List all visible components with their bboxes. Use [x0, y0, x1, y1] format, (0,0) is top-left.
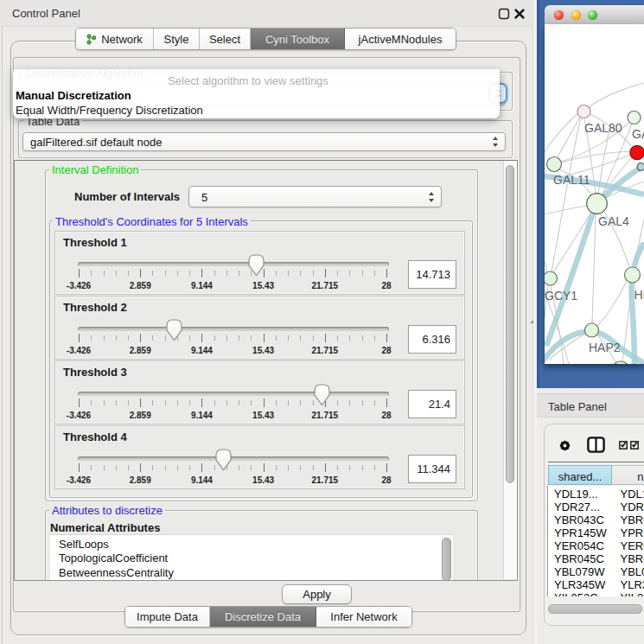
network-node[interactable] — [587, 194, 608, 214]
slider-tick — [276, 271, 277, 276]
table-row[interactable]: YIL052CYIL052C — [548, 590, 644, 596]
network-node-label: GA — [632, 127, 644, 141]
attributes-list-scrollbar[interactable] — [442, 538, 451, 581]
popup-item-equal-width[interactable]: Equal Width/Frequency Discretization — [16, 104, 497, 117]
network-node[interactable] — [545, 271, 558, 285]
tab-style[interactable]: Style — [154, 29, 200, 49]
table-data-combobox[interactable]: galFiltered.sif default node — [22, 132, 506, 151]
table-row[interactable]: YER054CYER054C — [548, 538, 644, 551]
network-node[interactable] — [577, 105, 590, 118]
threshold-slider-thumb[interactable] — [166, 319, 182, 341]
select-rows-icons[interactable] — [619, 441, 640, 450]
column-header-shared-name[interactable]: shared... — [548, 465, 612, 485]
tab-cyni-toolbox[interactable]: Cyni Toolbox — [251, 29, 345, 49]
table-row[interactable]: YDL19...YDL194W — [548, 486, 644, 499]
minimize-window-icon[interactable] — [571, 10, 581, 20]
table-row[interactable]: YBR045CYBR045C — [548, 551, 644, 564]
tab-network[interactable]: Network — [76, 29, 154, 49]
network-edge-highlighted[interactable] — [632, 243, 644, 364]
table-row[interactable]: YBL079WYBL079W — [548, 564, 644, 577]
popup-item-manual-discretization[interactable]: Manual Discretization — [16, 89, 497, 102]
gear-icon[interactable] — [558, 438, 572, 453]
table-row[interactable]: YLR345WYLR345W — [548, 577, 644, 590]
network-window-titlebar[interactable] — [545, 5, 644, 25]
popup-prompt-item[interactable]: Select algorithm to view settings — [16, 74, 497, 87]
table-row[interactable]: YBR043CYBR043C — [548, 512, 644, 525]
attribute-item[interactable]: TopologicalCoefficient — [59, 552, 168, 564]
network-node[interactable] — [625, 267, 641, 283]
slider-tick — [104, 400, 105, 405]
threshold-slider-track[interactable] — [78, 392, 389, 396]
threshold-value-field[interactable]: 14.713 — [408, 260, 456, 289]
slider-tick — [91, 465, 92, 470]
tab-select[interactable]: Select — [200, 29, 251, 49]
network-node[interactable] — [585, 323, 599, 337]
tab-discretize-data[interactable]: Discretize Data — [210, 607, 316, 627]
slider-tick — [386, 399, 387, 407]
tab-label: Cyni Toolbox — [265, 33, 329, 46]
cell-name: YIL052C — [621, 591, 644, 596]
threshold-slider-track[interactable] — [78, 456, 389, 461]
column-header-name[interactable]: name — [612, 465, 644, 485]
table-row[interactable]: YDR27...YDR277C — [548, 499, 644, 512]
splitter-collapse-icon[interactable] — [528, 316, 537, 326]
apply-button[interactable]: Apply — [282, 584, 352, 604]
combo-arrows-icon — [493, 137, 499, 147]
slider-tick — [362, 465, 363, 470]
network-node-label: GAL80 — [584, 121, 622, 135]
node-table: shared... name YDL19...YDL194WYDR27...YD… — [548, 462, 644, 602]
slider-tick — [91, 400, 92, 405]
table-panel-title: Table Panel — [548, 400, 607, 413]
network-edge[interactable] — [592, 214, 596, 323]
slider-tick — [152, 271, 153, 276]
slider-tick — [276, 335, 277, 341]
zoom-window-icon[interactable] — [588, 10, 597, 20]
slider-tick — [276, 465, 277, 470]
float-window-icon[interactable] — [498, 8, 510, 20]
threshold-slider-track[interactable] — [78, 262, 389, 266]
interval-definition-title: Interval Definition — [49, 163, 141, 176]
network-edge[interactable] — [589, 83, 644, 107]
network-edge[interactable] — [545, 113, 578, 152]
settings-vertical-scrollbar-thumb[interactable] — [506, 165, 514, 483]
attribute-item[interactable]: SelfLoops — [59, 538, 109, 551]
threshold-slider-track[interactable] — [78, 327, 389, 331]
table-row[interactable]: YPR145WYPR145W — [548, 525, 644, 538]
slider-tick — [140, 269, 141, 277]
network-node[interactable] — [547, 157, 562, 172]
show-columns-icon[interactable] — [587, 437, 605, 453]
table-horizontal-scrollbar[interactable] — [548, 604, 642, 614]
slider-scale-label: 2.859 — [130, 281, 151, 290]
threshold-panel-3: Threshold 3-3.4262.8599.14415.4321.71528… — [54, 360, 465, 424]
tab-impute-data[interactable]: Impute Data — [125, 607, 210, 627]
attribute-item[interactable]: BetweennessCentrality — [59, 566, 174, 579]
table-data-combobox-value: galFiltered.sif default node — [30, 136, 162, 149]
network-view-canvas[interactable]: GAL80GACYGAL11GAL4GCY1HIHAP2 — [545, 24, 644, 364]
tab-jactivemnodules[interactable]: jActiveMNodules — [345, 29, 456, 49]
network-edge[interactable] — [597, 281, 627, 326]
settings-vertical-scrollbar-track[interactable] — [503, 161, 517, 579]
threshold-slider-thumb[interactable] — [215, 449, 232, 471]
close-panel-icon[interactable] — [513, 8, 526, 20]
threshold-value-field[interactable]: 6.316 — [408, 325, 456, 354]
slider-tick — [177, 465, 178, 470]
slider-scale-label: 2.859 — [130, 411, 151, 420]
network-node[interactable] — [612, 361, 629, 364]
slider-tick — [152, 400, 153, 405]
number-of-intervals-spinner[interactable]: 5 — [188, 186, 442, 207]
threshold-slider-thumb[interactable] — [248, 254, 265, 277]
network-edge[interactable] — [545, 206, 587, 214]
numerical-attributes-list[interactable]: SelfLoopsTopologicalCoefficientBetweenne… — [50, 534, 453, 580]
tab-label: Select — [209, 33, 240, 46]
threshold-value-field[interactable]: 21.4 — [408, 390, 456, 418]
threshold-slider-thumb[interactable] — [314, 384, 330, 406]
slider-tick — [374, 465, 375, 470]
network-node[interactable] — [630, 145, 644, 159]
number-of-intervals-label: Number of Intervals — [74, 190, 180, 203]
thresholds-group-title: Threshold's Coordinates for 5 Intervals — [53, 215, 251, 228]
network-node[interactable] — [628, 112, 641, 124]
slider-scale-label: 21.715 — [312, 346, 339, 355]
tab-infer-network[interactable]: Infer Network — [316, 607, 411, 627]
close-window-icon[interactable] — [554, 10, 564, 20]
threshold-value-field[interactable]: 11.344 — [408, 455, 456, 483]
